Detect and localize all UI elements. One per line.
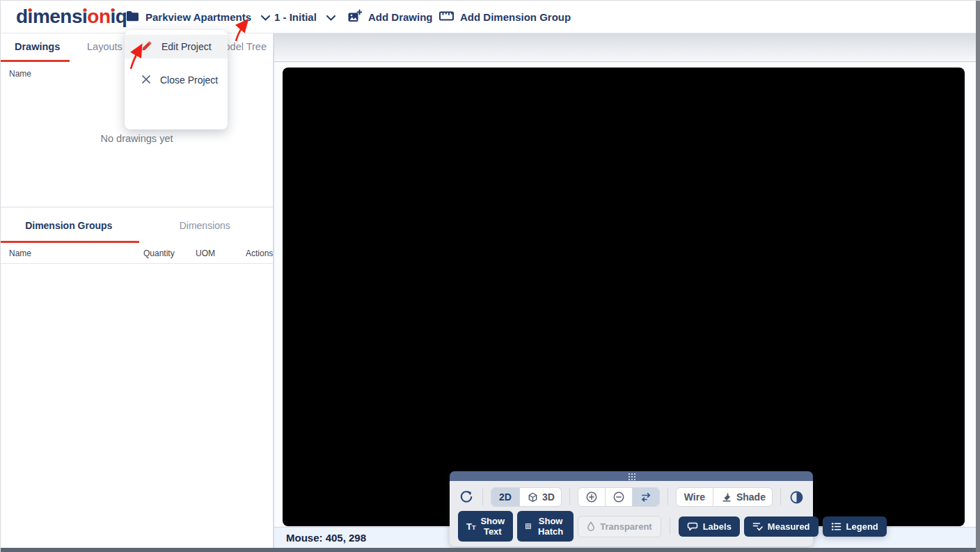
project-name-label: Parkview Apartments (145, 11, 251, 23)
contrast-icon (790, 491, 803, 504)
chevron-down-icon[interactable] (261, 11, 270, 23)
mode-2d-button[interactable]: 2D (491, 488, 519, 506)
viewer-toolbar: 2D 3D (450, 471, 813, 546)
text-icon: TT (466, 522, 475, 531)
logo-segment: i (111, 6, 116, 27)
legend-list-icon (831, 522, 841, 531)
shade-label: Shade (736, 491, 766, 503)
version-label: 1 - Initial (274, 11, 317, 23)
grip-dots-icon (628, 473, 635, 480)
window-right-edge (976, 1, 980, 552)
version-selector[interactable]: 1 - Initial (274, 1, 335, 33)
zoom-out-button[interactable] (605, 488, 632, 506)
rotate-view-button[interactable] (458, 489, 475, 505)
add-drawing-label: Add Drawing (368, 11, 433, 23)
show-text-button[interactable]: TT Show Text (458, 511, 513, 542)
zoom-in-button[interactable] (578, 488, 605, 506)
view-mode-group: 2D 3D (491, 487, 562, 507)
swap-arrows-icon (640, 492, 652, 502)
tab-dimension-groups[interactable]: Dimension Groups (1, 207, 137, 243)
viewer-canvas[interactable] (283, 68, 965, 526)
logo-segment: i (28, 6, 33, 27)
top-bar: dimensioniq Parkview Apartments 1 - Init… (1, 1, 980, 33)
measured-button[interactable]: Measured (744, 516, 819, 537)
viewer-area: 2D 3D (274, 33, 976, 548)
pencil-icon (141, 40, 152, 54)
toolbar-body: 2D 3D (450, 481, 813, 546)
menu-item-edit-project[interactable]: Edit Project (125, 35, 228, 58)
drawings-empty-text: No drawings yet (1, 133, 273, 144)
legend-label: Legend (846, 521, 878, 532)
close-project-label: Close Project (160, 74, 218, 86)
ruler-icon (439, 11, 454, 23)
edit-project-label: Edit Project (161, 41, 212, 52)
column-header-uom: UOM (196, 249, 215, 258)
viewer-header-band (274, 33, 976, 62)
viewer-viewport: 2D 3D (274, 63, 976, 526)
dimension-table-header: Name Quantity UOM Actions (1, 243, 273, 264)
tab-dimensions[interactable]: Dimensions (137, 207, 274, 243)
logo-segment: mens (33, 6, 82, 27)
circle-minus-icon (613, 491, 624, 503)
dimension-tabs: Dimension Groups Dimensions (1, 207, 273, 243)
chevron-down-icon[interactable] (326, 11, 335, 23)
show-hatch-label: Show Hatch (536, 516, 565, 537)
show-text-label: Show Text (480, 516, 505, 537)
divider (670, 518, 670, 535)
labels-button[interactable]: Labels (679, 516, 740, 537)
mode-3d-button[interactable]: 3D (519, 488, 562, 506)
shade-fill-icon (721, 491, 732, 503)
add-drawing-button[interactable]: Add Drawing (347, 1, 433, 33)
hatch-grid-icon (525, 521, 531, 531)
divider (569, 489, 570, 505)
shade-button[interactable]: Shade (713, 488, 773, 506)
toolbar-drag-handle[interactable] (450, 471, 813, 481)
divider (667, 489, 668, 505)
column-header-name: Name (9, 249, 31, 258)
add-image-icon (347, 9, 362, 25)
app-window: dimensioniq Parkview Apartments 1 - Init… (0, 0, 980, 552)
show-hatch-button[interactable]: Show Hatch (517, 511, 574, 542)
add-dimension-group-button[interactable]: Add Dimension Group (439, 1, 571, 33)
logo-segment: on (87, 6, 110, 27)
circle-plus-icon (586, 491, 597, 503)
transparent-button[interactable]: Transparent (578, 516, 661, 537)
wire-button[interactable]: Wire (677, 488, 713, 506)
mode-3d-label: 3D (542, 491, 555, 503)
contrast-button[interactable] (789, 489, 805, 505)
logo-segment: d (16, 6, 28, 27)
app-logo: dimensioniq (16, 6, 127, 28)
divider (482, 489, 483, 505)
add-dimension-group-label: Add Dimension Group (460, 11, 571, 23)
column-header-quantity: Quantity (143, 249, 175, 258)
project-menu: Edit Project Close Project (125, 30, 228, 129)
label-bubble-icon (687, 522, 698, 531)
window-bottom-edge (1, 548, 980, 552)
close-icon (141, 74, 151, 86)
menu-item-close-project[interactable]: Close Project (125, 68, 228, 92)
tab-layouts[interactable]: Layouts (87, 41, 122, 52)
pan-swap-button[interactable] (632, 488, 659, 506)
logo-segment: i (82, 6, 87, 27)
cube-3d-icon (528, 492, 538, 503)
divider (780, 489, 781, 505)
list-check-icon (752, 521, 763, 531)
column-header-actions: Actions (246, 249, 273, 258)
logo-segment: q (116, 6, 127, 27)
zoom-group (578, 487, 659, 507)
droplet-icon (587, 521, 595, 531)
folder-icon (126, 10, 139, 24)
rotate-icon (459, 490, 473, 504)
transparent-label: Transparent (600, 521, 651, 532)
project-selector[interactable]: Parkview Apartments (126, 1, 270, 33)
labels-label: Labels (703, 521, 732, 532)
tab-drawings[interactable]: Drawings (15, 41, 60, 52)
measured-label: Measured (768, 521, 810, 532)
legend-button[interactable]: Legend (823, 516, 887, 537)
render-style-group: Wire Shade (676, 487, 773, 507)
